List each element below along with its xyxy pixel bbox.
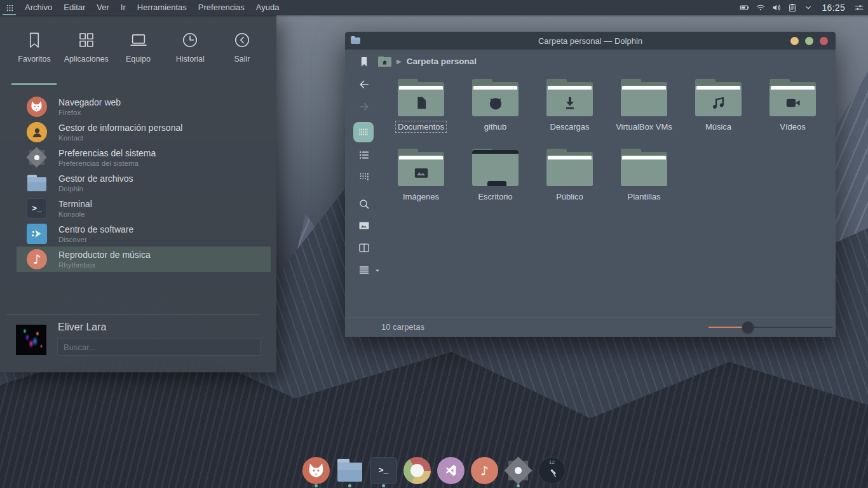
caret-down-icon[interactable] xyxy=(374,268,381,274)
app-item-discover[interactable]: Centro de softwareDiscover xyxy=(0,221,276,247)
app-title: Centro de software xyxy=(58,224,133,235)
dolphin-side-toolbar xyxy=(345,50,376,319)
tab-aplicaciones[interactable]: Aplicaciones xyxy=(61,28,112,76)
statusbar: 10 carpetas xyxy=(345,317,836,337)
konsole-icon: >_ xyxy=(370,457,397,484)
firefox-icon xyxy=(302,457,330,484)
folder-descargas[interactable]: Descargas xyxy=(532,79,607,149)
folder-imagenes[interactable]: Imágenes xyxy=(384,149,458,219)
menu-ver[interactable]: Ver xyxy=(91,0,115,15)
dock-vscode[interactable] xyxy=(437,457,465,487)
menu-ayuda[interactable]: Ayuda xyxy=(250,0,285,15)
slider-track-empty xyxy=(748,327,832,328)
list-view-button[interactable] xyxy=(355,146,373,164)
back-button[interactable] xyxy=(355,76,373,93)
chrome-icon xyxy=(403,457,431,484)
folder-videos[interactable]: Vídeos xyxy=(756,79,830,149)
minimize-button[interactable] xyxy=(790,37,799,45)
global-menubar: ArchivoEditarVerIrHerramientasPreferenci… xyxy=(19,0,285,15)
dock-settings[interactable] xyxy=(505,457,532,487)
folder-documentos[interactable]: Documentos xyxy=(384,79,458,149)
app-item-rhythmbox[interactable]: ♪Reproductor de músicaRhythmbox xyxy=(17,247,271,272)
app-subtitle: Discover xyxy=(58,235,133,244)
window-titlebar[interactable]: Carpeta personal — Dolphin xyxy=(345,32,836,50)
breadcrumb-current-folder[interactable]: Carpeta personal xyxy=(407,57,477,66)
panel-sliders-icon[interactable] xyxy=(852,1,865,15)
apps-grid-icon xyxy=(77,30,96,50)
folder-icon xyxy=(336,457,363,484)
dolphin-app-icon xyxy=(350,36,361,45)
menu-ir[interactable]: Ir xyxy=(115,0,132,15)
search-input[interactable] xyxy=(57,338,261,356)
close-button[interactable] xyxy=(820,37,828,45)
tab-historial[interactable]: Historial xyxy=(165,28,215,76)
app-subtitle: Dolphin xyxy=(58,184,133,193)
leave-icon xyxy=(233,30,252,50)
app-item-texts: Preferencias del sistemaPreferencias del… xyxy=(58,148,156,168)
app-item-kontact[interactable]: Gestor de información personalKontact xyxy=(0,119,276,145)
folder-label: VirtualBox VMs xyxy=(613,121,675,133)
folder-icon xyxy=(398,79,444,116)
tab-salir[interactable]: Salir xyxy=(217,28,268,76)
app-item-texts: Centro de softwareDiscover xyxy=(58,224,133,244)
menu-preferencias[interactable]: Preferencias xyxy=(193,0,250,15)
app-item-dolphin[interactable]: Gestor de archivosDolphin xyxy=(0,170,276,196)
chevron-down-icon[interactable] xyxy=(801,1,815,15)
window-buttons xyxy=(790,37,828,45)
menu-editar[interactable]: Editar xyxy=(58,0,91,15)
search-button[interactable] xyxy=(355,195,373,213)
tab-equipo[interactable]: Equipo xyxy=(113,28,164,76)
avatar-image xyxy=(16,325,46,355)
vscode-icon xyxy=(437,457,465,484)
wifi-icon[interactable] xyxy=(754,1,767,15)
clipboard-icon[interactable] xyxy=(785,1,799,15)
system-tray: 16:25 xyxy=(738,1,868,15)
forward-button[interactable] xyxy=(355,98,373,116)
dock-folder[interactable] xyxy=(336,457,363,487)
app-item-firefox[interactable]: Navegador webFirefox xyxy=(0,94,276,119)
folder-virtualbox-vms[interactable]: VirtualBox VMs xyxy=(607,79,681,149)
app-item-preferencias-del-sistema[interactable]: Preferencias del sistemaPreferencias del… xyxy=(0,145,276,170)
clock[interactable]: 16:25 xyxy=(817,3,850,13)
dock-konsole[interactable]: >_ xyxy=(370,457,397,487)
folder-grid: DocumentosgithubDescargasVirtualBox VMsM… xyxy=(384,79,836,219)
rhythmbox-icon: ♪ xyxy=(471,457,498,484)
folder-label: Imágenes xyxy=(400,191,442,203)
running-indicator xyxy=(517,484,520,487)
dock-chrome[interactable] xyxy=(403,457,431,487)
volume-icon[interactable] xyxy=(770,1,783,15)
menu-archivo[interactable]: Archivo xyxy=(19,0,58,15)
dock-firefox[interactable] xyxy=(302,457,330,487)
app-item-konsole[interactable]: >_TerminalKonsole xyxy=(0,196,276,221)
folder-publico[interactable]: Público xyxy=(532,149,607,219)
settings-icon xyxy=(505,457,532,484)
folder-escritorio[interactable]: Escritorio xyxy=(458,149,532,219)
battery-icon[interactable] xyxy=(738,1,751,15)
menu-herramientas[interactable]: Herramientas xyxy=(132,0,193,15)
hamburger-menu-button[interactable] xyxy=(355,261,373,279)
compact-view-button[interactable] xyxy=(355,168,373,186)
folder-musica[interactable]: Música xyxy=(681,79,756,149)
grid-view-button[interactable] xyxy=(353,122,374,142)
bookmark-button[interactable] xyxy=(355,53,373,71)
folder-github[interactable]: github xyxy=(458,79,532,149)
preview-button[interactable] xyxy=(355,217,373,234)
dock-rhythmbox[interactable]: ♪ xyxy=(471,457,498,487)
app-launcher-button[interactable] xyxy=(0,0,19,15)
active-tab-underline xyxy=(11,83,57,85)
split-button[interactable] xyxy=(355,239,373,257)
dock-clock[interactable]: 12 xyxy=(538,457,566,487)
favorites-list: Navegador webFirefoxGestor de informació… xyxy=(0,94,276,272)
zoom-slider[interactable] xyxy=(709,327,832,328)
running-indicator xyxy=(315,484,318,487)
tab-favoritos[interactable]: Favoritos xyxy=(9,28,60,76)
home-folder-icon[interactable] xyxy=(378,56,391,67)
tab-label: Favoritos xyxy=(18,55,50,64)
slider-knob[interactable] xyxy=(742,322,754,333)
user-avatar[interactable] xyxy=(16,325,46,355)
folder-icon xyxy=(472,149,519,186)
folder-label: Escritorio xyxy=(475,191,515,203)
folder-label: Música xyxy=(703,121,734,133)
folder-plantillas[interactable]: Plantillas xyxy=(607,149,681,219)
maximize-button[interactable] xyxy=(805,37,813,45)
